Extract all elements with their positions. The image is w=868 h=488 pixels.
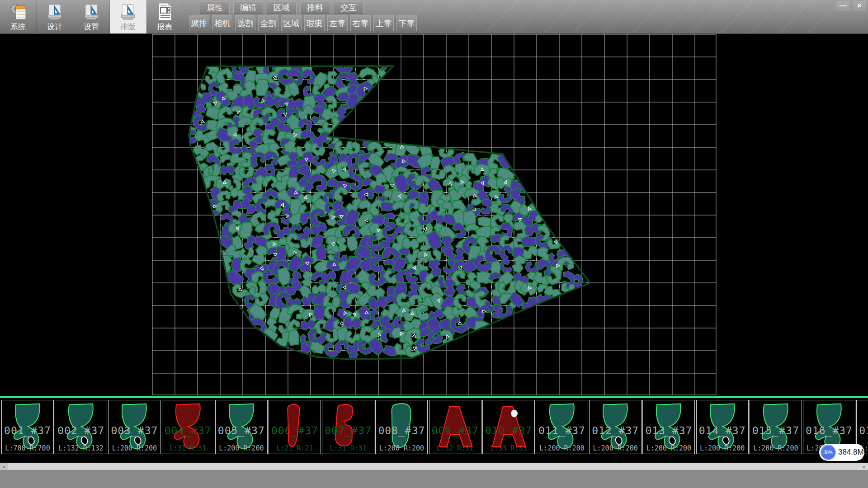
piece-id-label: 005_#37 (216, 425, 267, 436)
app-button-label: 设计 (47, 22, 62, 32)
piece-id-label: 014_#37 (697, 425, 748, 436)
set-square-icon (45, 2, 64, 22)
thumbnail-cell[interactable]: 004_#37L:31 R:31 (162, 400, 214, 454)
app-button-label: 排版 (120, 22, 136, 32)
piece-count-label: L:200 R:200 (590, 444, 641, 452)
thumbnail-cell[interactable]: 005_#37L:200 R:200 (215, 400, 268, 454)
app-button-label: 设置 (84, 22, 99, 32)
thumbnail-cell[interactable]: 001_#37L:700 R:700 (1, 400, 54, 454)
piece-id-label: 017_#37 (857, 425, 868, 436)
piece-count-label: L:200 R:200 (643, 444, 694, 452)
nesting-canvas[interactable] (0, 33, 868, 396)
horizontal-scrollbar[interactable]: ‹ › (0, 463, 868, 470)
piece-id-label: 002_#37 (55, 425, 107, 436)
tool-region[interactable]: 区域 (281, 15, 302, 31)
app-button-report[interactable]: 报表 (146, 0, 183, 33)
thumbnail-cell[interactable]: 009_#37L:32 R:31 (429, 400, 481, 454)
main-toolbar: 系统 设计 (0, 0, 868, 34)
thumbnail-cell[interactable]: 003_#37L:200 R:200 (108, 400, 160, 454)
thumbnail-cell[interactable]: 014_#37L:200 R:200 (696, 400, 749, 454)
piece-id-label: 006_#37 (269, 425, 321, 436)
tool-cluster-nest[interactable]: 聚排 (189, 15, 209, 31)
window-bottom-bar (0, 470, 868, 488)
scroll-left-arrow-icon[interactable]: ‹ (0, 463, 8, 470)
window-controls: — × (836, 1, 866, 11)
thumbnail-cell[interactable]: 002_#37L:132 R:132 (55, 400, 107, 454)
report-icon (155, 2, 174, 22)
scroll-right-arrow-icon[interactable]: › (860, 463, 868, 470)
tool-align-top[interactable]: 上靠 (373, 15, 394, 31)
thumbnail-cell[interactable]: 010_#37L:33 R:33 (482, 400, 535, 454)
gear-doc-icon (9, 2, 28, 22)
thumbnail-cell[interactable]: 013_#37L:200 R:200 (642, 400, 695, 454)
thumbnail-cell[interactable]: 007_#37L:31 R:31 (322, 400, 374, 454)
piece-id-label: 001_#37 (2, 425, 53, 436)
tool-align-left[interactable]: 左靠 (327, 15, 348, 31)
tool-bar: 聚排 相机 选割 全割 区域 瑕疵 左靠 右靠 上靠 下靠 (189, 15, 417, 31)
piece-id-label: 007_#37 (322, 425, 374, 436)
app-button-label: 系统 (10, 22, 26, 32)
hide-interior (152, 34, 716, 395)
tool-defect[interactable]: 瑕疵 (304, 15, 325, 31)
app-mode-bar: 系统 设计 (0, 0, 183, 33)
thumbnail-cell[interactable]: 012_#37L:200 R:200 (589, 400, 642, 454)
progress-badge: 38% (821, 445, 836, 460)
piece-id-label: 004_#37 (162, 425, 214, 436)
tool-select-cut[interactable]: 选割 (235, 15, 255, 31)
tool-camera[interactable]: 相机 (212, 15, 232, 31)
piece-id-label: 010_#37 (483, 425, 534, 436)
piece-count-label: L:31 R:31 (322, 444, 374, 452)
piece-id-label: 003_#37 (108, 425, 160, 436)
piece-count-label: L:200 R:200 (536, 444, 588, 452)
status-pill: 38% 384.8M (819, 444, 864, 461)
thumbnail-cell[interactable]: 011_#37L:200 R:200 (536, 400, 588, 454)
memory-usage: 384.8M (838, 444, 864, 461)
app-button-design[interactable]: 设计 (37, 0, 73, 33)
piece-count-label: L:700 R:700 (2, 444, 53, 452)
piece-count-label: L:132 R:132 (55, 444, 107, 452)
piece-count-label: L:33 R:33 (483, 444, 534, 452)
piece-count-label: L:200 R:200 (216, 444, 267, 452)
piece-id-label: 009_#37 (429, 425, 481, 436)
app-button-settings[interactable]: 设置 (73, 0, 110, 33)
thumbnail-cell[interactable]: 015_#37L:200 R:200 (750, 400, 802, 454)
menu-interaction[interactable]: 交互 (334, 1, 363, 14)
tool-cut-all[interactable]: 全割 (258, 15, 278, 31)
menu-edit[interactable]: 编辑 (233, 1, 263, 14)
tool-align-right[interactable]: 右靠 (350, 15, 371, 31)
piece-id-label: 008_#37 (376, 425, 427, 436)
app-button-system[interactable]: 系统 (0, 0, 37, 33)
piece-count-label: L:200 R:200 (697, 444, 748, 452)
canvas-strip-separator (0, 396, 868, 398)
piece-count-label: L:21 R:21 (269, 444, 321, 452)
piece-count-label: L:200 R:200 (750, 444, 802, 452)
set-square-icon (118, 2, 137, 22)
thumbnail-cell[interactable]: 006_#37L:21 R:21 (269, 400, 321, 454)
tool-align-bottom[interactable]: 下靠 (396, 15, 417, 31)
piece-id-label: 015_#37 (750, 425, 802, 436)
menu-region[interactable]: 区域 (267, 1, 297, 14)
piece-id-label: 012_#37 (590, 425, 641, 436)
progress-value: 38% (823, 450, 833, 455)
piece-count-label: L:200 R:200 (376, 444, 427, 452)
toolbar-texture (371, 0, 836, 33)
menu-properties[interactable]: 属性 (200, 1, 230, 14)
piece-thumbnail-strip: 001_#37L:700 R:700002_#37L:132 R:132003_… (0, 399, 868, 455)
piece-count-label: L:200 R:200 (108, 444, 160, 452)
set-square-icon (82, 2, 101, 22)
app-button-label: 报表 (157, 22, 172, 32)
menu-bar: 属性 编辑 区域 排料 交互 (200, 1, 363, 14)
app-button-nesting-active[interactable]: 排版 (110, 0, 146, 33)
piece-count-label: L:31 R:31 (162, 444, 214, 452)
menu-nesting[interactable]: 排料 (300, 1, 330, 14)
piece-id-label: 013_#37 (643, 425, 694, 436)
piece-id-label: 016_#37 (803, 425, 855, 436)
piece-count-label: L:32 R:31 (429, 444, 481, 452)
close-button[interactable]: × (853, 1, 866, 11)
piece-id-label: 011_#37 (536, 425, 588, 436)
application-window: 系统 设计 (0, 0, 868, 488)
thumbnail-cell[interactable]: 008_#37L:200 R:200 (375, 400, 428, 454)
minimize-button[interactable]: — (836, 1, 850, 11)
